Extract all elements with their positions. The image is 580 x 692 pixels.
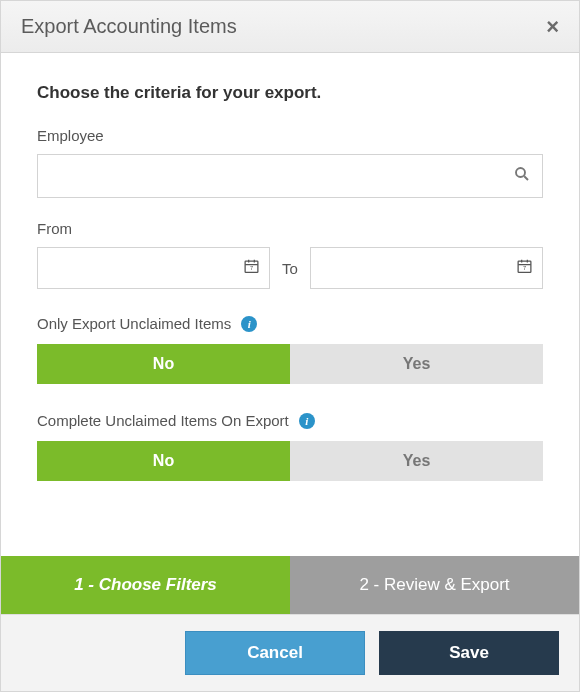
- unclaimed-label: Only Export Unclaimed Items: [37, 315, 231, 332]
- unclaimed-yes-button[interactable]: Yes: [290, 344, 543, 384]
- complete-label-row: Complete Unclaimed Items On Export i: [37, 412, 543, 429]
- complete-label: Complete Unclaimed Items On Export: [37, 412, 289, 429]
- step-indicator: 1 - Choose Filters 2 - Review & Export: [1, 556, 579, 614]
- dialog-footer: Cancel Save: [1, 614, 579, 691]
- dialog-content: Choose the criteria for your export. Emp…: [1, 53, 579, 556]
- to-label: To: [282, 260, 298, 277]
- export-dialog: Export Accounting Items × Choose the cri…: [0, 0, 580, 692]
- step-review-export[interactable]: 2 - Review & Export: [290, 556, 579, 614]
- complete-toggle: No Yes: [37, 441, 543, 481]
- info-icon[interactable]: i: [299, 413, 315, 429]
- complete-yes-button[interactable]: Yes: [290, 441, 543, 481]
- dialog-title: Export Accounting Items: [21, 15, 237, 38]
- step-choose-filters[interactable]: 1 - Choose Filters: [1, 556, 290, 614]
- employee-label: Employee: [37, 127, 543, 144]
- titlebar: Export Accounting Items ×: [1, 1, 579, 53]
- complete-no-button[interactable]: No: [37, 441, 290, 481]
- instruction-text: Choose the criteria for your export.: [37, 83, 543, 103]
- info-icon[interactable]: i: [241, 316, 257, 332]
- from-label: From: [37, 220, 543, 237]
- date-row: 7 To 7: [37, 247, 543, 289]
- unclaimed-label-row: Only Export Unclaimed Items i: [37, 315, 543, 332]
- save-button[interactable]: Save: [379, 631, 559, 675]
- employee-input[interactable]: [37, 154, 543, 198]
- to-date-input[interactable]: [310, 247, 543, 289]
- unclaimed-toggle: No Yes: [37, 344, 543, 384]
- employee-field-wrap: [37, 154, 543, 198]
- to-date-wrap: 7: [310, 247, 543, 289]
- from-date-input[interactable]: [37, 247, 270, 289]
- cancel-button[interactable]: Cancel: [185, 631, 365, 675]
- unclaimed-no-button[interactable]: No: [37, 344, 290, 384]
- from-date-wrap: 7: [37, 247, 270, 289]
- close-icon[interactable]: ×: [546, 16, 559, 38]
